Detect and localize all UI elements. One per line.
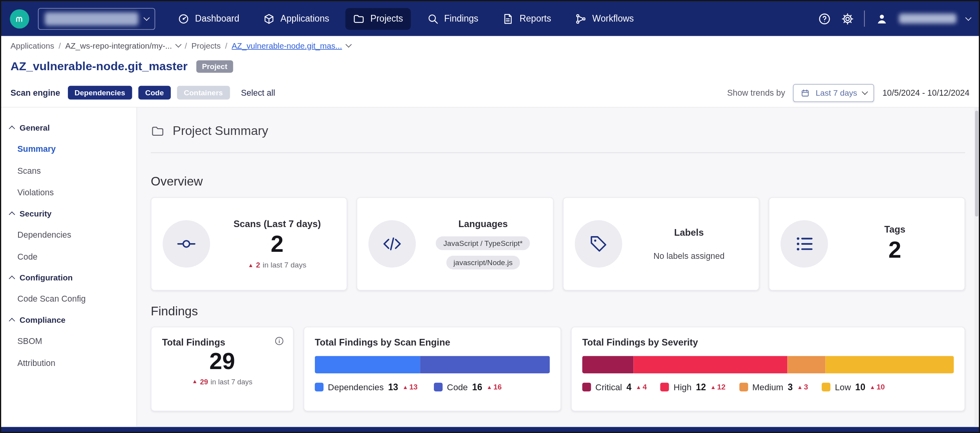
- bar-segment-code[interactable]: [420, 356, 550, 373]
- trend-up-icon: ▲: [192, 379, 197, 384]
- breadcrumb: Applications / AZ_ws-repo-integration/my…: [1, 36, 979, 55]
- chevron-down-icon: [862, 89, 868, 95]
- language-chip: JavaScript / TypeScript*: [436, 237, 530, 250]
- breadcrumb-applications[interactable]: Applications: [11, 41, 54, 50]
- trend-value: 2: [256, 261, 260, 269]
- nav-projects[interactable]: Projects: [346, 8, 411, 30]
- trend-value: 10: [876, 383, 885, 391]
- legend-swatch: [582, 383, 591, 391]
- user-avatar-icon[interactable]: [874, 11, 889, 25]
- legend-code: Code 16 ▲16: [434, 382, 502, 392]
- sidebar-section-compliance[interactable]: Compliance: [1, 310, 137, 330]
- chevron-up-icon: [9, 212, 15, 218]
- project-summary-title: Project Summary: [173, 124, 269, 138]
- breadcrumb-projects[interactable]: Projects: [191, 41, 221, 50]
- engine-pill-code[interactable]: Code: [138, 86, 171, 100]
- sidebar-item-attribution[interactable]: Attribution: [1, 352, 137, 374]
- chevron-up-icon: [9, 126, 15, 132]
- show-trends-label: Show trends by: [727, 88, 785, 97]
- total-findings-card: Total Findings 29 ▲ 29 in last 7 days: [151, 327, 294, 411]
- bar-segment-high[interactable]: [634, 356, 788, 373]
- severity-stacked-bar: [582, 356, 954, 373]
- chevron-down-icon: [143, 15, 149, 20]
- legend-low: Low 10 ▲10: [822, 382, 885, 392]
- project-summary-header: Project Summary: [151, 124, 965, 138]
- total-findings-trend: ▲ 29 in last 7 days: [162, 378, 282, 386]
- trend-value: 12: [717, 383, 726, 391]
- scan-engine-bar: Scan engine Dependencies Code Containers…: [1, 78, 979, 107]
- legend-medium: Medium 3 ▲3: [739, 382, 808, 392]
- sidebar-section-security[interactable]: Security: [1, 204, 137, 224]
- label-tag-icon: [574, 220, 622, 268]
- chevron-down-icon[interactable]: [965, 15, 971, 20]
- settings-gear-icon[interactable]: [841, 12, 854, 25]
- nav-workflows[interactable]: Workflows: [567, 8, 641, 30]
- breadcrumb-application-dropdown[interactable]: AZ_ws-repo-integration/my-...: [65, 41, 180, 50]
- sidebar-section-general[interactable]: General: [1, 118, 137, 138]
- sidebar-item-sbom[interactable]: SBOM: [1, 330, 137, 352]
- calendar-icon: [801, 88, 810, 97]
- workspace-name-redacted: [45, 12, 138, 25]
- bar-segment-critical[interactable]: [582, 356, 634, 373]
- legend-value: 13: [388, 382, 398, 392]
- nav-label: Findings: [444, 14, 478, 24]
- card-title: Tags: [884, 224, 905, 235]
- legend-value: 4: [626, 382, 631, 392]
- legend-swatch: [822, 383, 830, 391]
- legend-label: Critical: [595, 382, 622, 392]
- nav-dashboard[interactable]: Dashboard: [170, 8, 247, 30]
- legend-trend: ▲10: [870, 383, 885, 391]
- chevron-up-icon: [9, 318, 15, 324]
- breadcrumb-current-project: AZ_vulnerable-node.git_mas...: [232, 41, 342, 50]
- engine-pill-containers[interactable]: Containers: [177, 86, 230, 100]
- trend-up-icon: ▲: [636, 384, 641, 390]
- info-icon[interactable]: [274, 336, 284, 346]
- nav-label: Projects: [370, 14, 403, 24]
- overview-cards: Scans (Last 7 days) 2 ▲ 2 in last 7 days: [151, 197, 965, 291]
- legend-label: Medium: [752, 382, 783, 392]
- dashboard-icon: [177, 13, 189, 24]
- breadcrumb-project-dropdown[interactable]: AZ_vulnerable-node.git_mas...: [232, 41, 351, 50]
- nav-reports[interactable]: Reports: [495, 8, 559, 30]
- sidebar-item-dependencies[interactable]: Dependencies: [1, 224, 137, 246]
- help-icon[interactable]: [817, 12, 830, 25]
- vertical-scrollbar[interactable]: [975, 107, 979, 427]
- select-all-link[interactable]: Select all: [241, 88, 275, 97]
- tags-card: Tags 2: [768, 197, 965, 291]
- bar-segment-medium[interactable]: [787, 356, 826, 373]
- trend-value: 29: [200, 378, 208, 386]
- legend-value: 3: [788, 382, 793, 392]
- sidebar-item-code[interactable]: Code: [1, 246, 137, 268]
- labels-card: Labels No labels assigned: [563, 197, 759, 291]
- bar-segment-dependencies[interactable]: [315, 356, 420, 373]
- sidebar-item-scans[interactable]: Scans: [1, 160, 137, 182]
- chevron-down-icon: [346, 41, 351, 47]
- section-label: Compliance: [20, 315, 66, 325]
- scrollbar-thumb[interactable]: [975, 111, 978, 216]
- workspace-selector[interactable]: [38, 8, 155, 30]
- legend-value: 12: [696, 382, 706, 392]
- legend-label: High: [674, 382, 692, 392]
- nav-applications[interactable]: Applications: [256, 8, 337, 30]
- trends-controls: Show trends by Last 7 days 10/5/2024 - 1…: [727, 84, 969, 102]
- nav-findings[interactable]: Findings: [419, 8, 486, 30]
- findings-by-engine-card: Total Findings by Scan Engine Dependenci…: [304, 327, 561, 411]
- trends-period-dropdown[interactable]: Last 7 days: [793, 84, 874, 102]
- findings-title: Findings: [151, 304, 965, 318]
- nav-right-actions: [817, 11, 970, 27]
- sidebar-item-violations[interactable]: Violations: [1, 182, 137, 204]
- report-document-icon: [502, 13, 514, 24]
- sidebar-item-summary[interactable]: Summary: [1, 138, 137, 160]
- trend-up-icon: ▲: [486, 384, 492, 390]
- sidebar-item-code-scan-config[interactable]: Code Scan Config: [1, 288, 137, 310]
- scan-engine-label: Scan engine: [11, 88, 60, 97]
- engine-pill-dependencies[interactable]: Dependencies: [68, 86, 132, 100]
- title-row: AZ_vulnerable-node.git_master Project: [1, 55, 979, 78]
- trend-value: 4: [643, 383, 647, 391]
- sidebar-section-configuration[interactable]: Configuration: [1, 267, 137, 288]
- trend-up-icon: ▲: [248, 262, 254, 268]
- tags-count: 2: [889, 237, 901, 264]
- bar-segment-low[interactable]: [826, 356, 954, 373]
- scans-trend: ▲ 2 in last 7 days: [248, 261, 307, 269]
- search-icon: [427, 13, 439, 24]
